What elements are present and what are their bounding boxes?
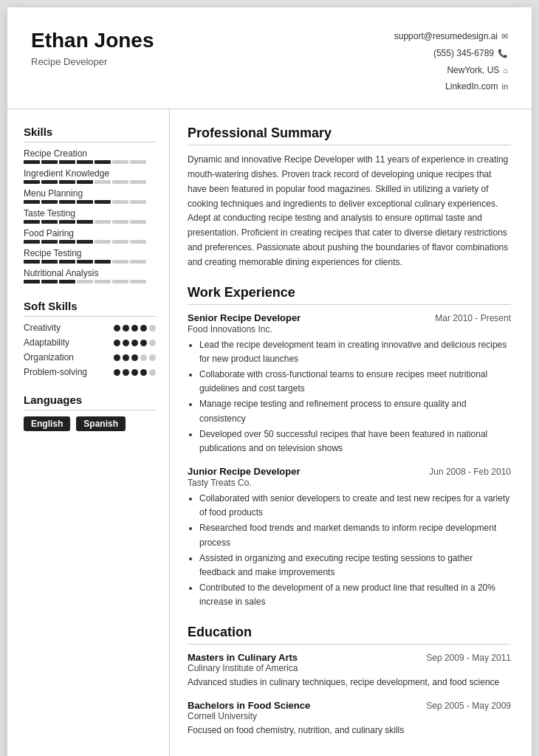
job-title: Junior Recipe Developer (188, 466, 300, 477)
skill-name: Menu Planning (24, 188, 156, 199)
location-text: NewYork, US (447, 62, 499, 79)
skill-bar-segment (59, 280, 75, 284)
skill-bar-segment (95, 240, 111, 244)
job-header: Junior Recipe DeveloperJun 2008 - Feb 20… (188, 466, 511, 477)
main-content: Professional Summary Dynamic and innovat… (170, 109, 532, 756)
skill-name: Ingredient Knowledge (24, 168, 156, 179)
skill-bar-segment (41, 280, 58, 284)
education-section: Education Masters in Culinary ArtsSep 20… (188, 625, 511, 738)
soft-skill-name: Adaptability (24, 337, 69, 348)
skill-bar-segment (95, 200, 111, 204)
skill-bar-segment (59, 240, 75, 244)
language-tag: English (24, 416, 70, 431)
edu-desc: Advanced studies in culinary techniques,… (188, 676, 511, 690)
candidate-title: Recipe Developer (31, 56, 154, 67)
skill-bar-segment (77, 220, 93, 224)
header-left: Ethan Jones Recipe Developer (31, 28, 154, 67)
dots-container (114, 325, 156, 331)
education-item: Masters in Culinary ArtsSep 2009 - May 2… (188, 652, 511, 690)
skill-bar-segment (112, 180, 128, 184)
summary-section: Professional Summary Dynamic and innovat… (188, 126, 511, 269)
dot (131, 325, 138, 331)
job-item: Senior Recipe DeveloperMar 2010 - Presen… (188, 312, 511, 456)
skill-bar-segment (41, 240, 58, 244)
soft-skill-item: Creativity (24, 323, 156, 333)
skill-bar-segment (41, 160, 58, 164)
skill-bar-segment (95, 160, 111, 164)
edu-school: Culinary Institute of America (188, 663, 511, 673)
skill-name: Food Pairing (24, 228, 156, 238)
skill-bar-segment (77, 260, 93, 264)
language-tag: Spanish (76, 416, 126, 431)
skill-bar-segment (59, 160, 75, 164)
skill-bar-segment (59, 260, 75, 264)
skill-item: Taste Testing (24, 208, 156, 224)
skill-bar-segment (59, 200, 75, 204)
contact-phone-row: (555) 345-6789 📞 (394, 45, 508, 62)
skill-bar (24, 240, 156, 244)
dot (140, 340, 147, 346)
edu-degree: Masters in Culinary Arts (188, 652, 298, 663)
soft-skill-name: Organization (24, 352, 74, 362)
skill-bar-segment (24, 200, 40, 204)
candidate-name: Ethan Jones (31, 28, 154, 53)
skill-bar (24, 160, 156, 164)
skill-bar-segment (24, 240, 40, 244)
resume-page: Ethan Jones Recipe Developer support@res… (7, 7, 532, 756)
dot (131, 354, 138, 361)
linkedin-text: LinkedIn.com (445, 78, 498, 95)
dot (140, 369, 147, 376)
skill-bar-segment (95, 280, 111, 284)
skill-bar-segment (24, 280, 40, 284)
skill-name: Recipe Creation (24, 148, 156, 159)
job-bullet: Developed over 50 successful recipes tha… (199, 427, 511, 456)
skills-list: Recipe CreationIngredient KnowledgeMenu … (24, 148, 156, 284)
skill-bar (24, 180, 156, 184)
skill-bar (24, 200, 156, 204)
skill-name: Nutritional Analysis (24, 268, 156, 278)
skill-item: Recipe Creation (24, 148, 156, 164)
contact-email-row: support@resumedesign.ai ✉ (394, 28, 508, 45)
skill-bar-segment (130, 200, 146, 204)
jobs-list: Senior Recipe DeveloperMar 2010 - Presen… (188, 312, 511, 610)
skill-bar-segment (130, 280, 146, 284)
soft-skill-name: Creativity (24, 323, 61, 333)
edu-date: Sep 2009 - May 2011 (426, 653, 511, 663)
skill-bar-segment (95, 220, 111, 224)
job-bullet: Collaborated with senior developers to c… (199, 492, 511, 520)
job-company: Tasty Treats Co. (188, 478, 511, 488)
dot (114, 340, 120, 346)
skill-bar-segment (24, 180, 40, 184)
job-bullet: Researched food trends and market demand… (199, 521, 511, 549)
job-company: Food Innovations Inc. (188, 324, 511, 334)
skill-bar-segment (112, 220, 128, 224)
job-date: Jun 2008 - Feb 2010 (429, 467, 511, 477)
dot (131, 369, 138, 376)
skill-bar (24, 220, 156, 224)
job-date: Mar 2010 - Present (435, 313, 511, 323)
soft-skills-title: Soft Skills (24, 300, 156, 317)
dot (140, 325, 147, 331)
skill-bar-segment (130, 260, 146, 264)
education-title: Education (188, 625, 511, 645)
skill-item: Recipe Testing (24, 248, 156, 264)
skill-bar (24, 260, 156, 264)
phone-text: (555) 345-6789 (433, 45, 494, 62)
soft-skill-item: Adaptability (24, 337, 156, 348)
dot (149, 340, 156, 346)
job-bullet: Collaborate with cross-functional teams … (199, 368, 511, 396)
skill-bar-segment (130, 220, 146, 224)
edu-header: Bachelors in Food ScienceSep 2005 - May … (188, 700, 511, 711)
dots-container (114, 369, 156, 376)
job-bullet: Lead the recipe development team in crea… (199, 338, 511, 366)
skill-bar-segment (41, 200, 58, 204)
skill-bar-segment (77, 200, 93, 204)
skill-bar-segment (112, 240, 128, 244)
edu-desc: Focused on food chemistry, nutrition, an… (188, 724, 511, 738)
job-title: Senior Recipe Developer (188, 312, 301, 323)
skill-bar-segment (41, 220, 58, 224)
linkedin-icon: in (501, 79, 508, 94)
edu-school: Cornell University (188, 711, 511, 721)
job-bullets: Lead the recipe development team in crea… (188, 338, 511, 456)
header-right: support@resumedesign.ai ✉ (555) 345-6789… (394, 28, 508, 95)
